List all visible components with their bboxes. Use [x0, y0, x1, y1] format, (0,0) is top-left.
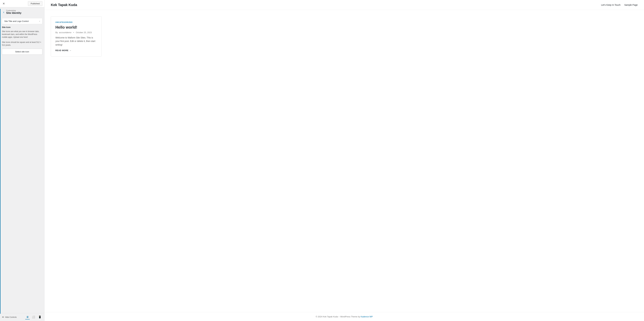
site-icon-section: Site Icon Site Icons are what you see in…: [2, 26, 42, 54]
customizer-sidebar: ✕ Published ‹ Customizing Site Identity …: [0, 0, 44, 321]
back-icon: ‹: [3, 10, 4, 14]
customizing-label: Customizing: [6, 10, 22, 12]
mobile-view-button[interactable]: 📱: [37, 315, 42, 320]
back-button[interactable]: ‹: [2, 10, 5, 14]
hide-controls-button[interactable]: 👁 Hide Controls: [2, 316, 17, 318]
published-button[interactable]: Published: [28, 1, 42, 6]
site-icon-desc-2: Site Icons should be square and at least…: [2, 41, 42, 46]
eye-icon: 👁: [2, 316, 4, 318]
site-icon-heading: Site Icon: [2, 26, 42, 28]
post-category: UNCATEGORIZED: [56, 21, 97, 23]
desktop-icon: 🖥: [26, 316, 29, 318]
sidebar-content: Site Title and Logo Control › Site Icon …: [0, 16, 44, 313]
preview-header: Kek Tapak Kuda Let's Keep In Touch Sampl…: [44, 0, 644, 10]
accent-bar: [0, 9, 0, 314]
footer-text: © 2024 Kek Tapak Kuda – WordPress Theme …: [316, 316, 360, 318]
section-title-group: Customizing Site Identity: [6, 10, 22, 14]
post-excerpt: Welcome to Waform Site Sites. This is yo…: [56, 36, 97, 46]
nav-menu: Let's Keep In Touch Sample Page: [601, 4, 638, 6]
kadence-wp-link[interactable]: Kadence WP: [361, 316, 373, 318]
site-title-logo-control[interactable]: Site Title and Logo Control ›: [2, 18, 42, 24]
preview-body: UNCATEGORIZED Hello world! By accountdem…: [44, 10, 644, 312]
nav-link-sample-page[interactable]: Sample Page: [624, 4, 638, 6]
tablet-view-button[interactable]: ⬜: [31, 315, 36, 320]
device-switcher: 🖥 ⬜ 📱: [25, 315, 42, 320]
nav-link-keep-in-touch[interactable]: Let's Keep In Touch: [601, 4, 620, 6]
close-button[interactable]: ✕: [2, 2, 6, 6]
tablet-icon: ⬜: [32, 316, 35, 318]
site-preview: Kek Tapak Kuda Let's Keep In Touch Sampl…: [44, 0, 644, 321]
post-title: Hello world!: [56, 25, 97, 30]
sidebar-header: ✕ Published: [0, 0, 44, 7]
post-author: accountdemo: [59, 31, 72, 34]
post-date: October 25, 2023: [76, 31, 92, 34]
desktop-view-button[interactable]: 🖥: [25, 315, 30, 320]
chevron-right-icon: ›: [39, 20, 40, 22]
sidebar-footer: 👁 Hide Controls 🖥 ⬜ 📱: [0, 313, 44, 321]
preview-footer: © 2024 Kek Tapak Kuda – WordPress Theme …: [44, 312, 644, 321]
select-site-icon-button[interactable]: Select site icon: [2, 49, 42, 54]
section-header: ‹ Customizing Site Identity: [0, 7, 44, 16]
post-meta: By accountdemo • October 25, 2023: [56, 31, 97, 34]
read-more-link[interactable]: READ MORE →: [56, 49, 97, 52]
post-card: UNCATEGORIZED Hello world! By accountdem…: [51, 16, 102, 56]
mobile-icon: 📱: [38, 316, 42, 318]
arrow-icon: →: [70, 49, 72, 52]
site-title: Kek Tapak Kuda: [51, 3, 77, 7]
site-icon-desc-1: Site Icons are what you see in browser t…: [2, 30, 42, 38]
section-title: Site Identity: [6, 12, 22, 14]
